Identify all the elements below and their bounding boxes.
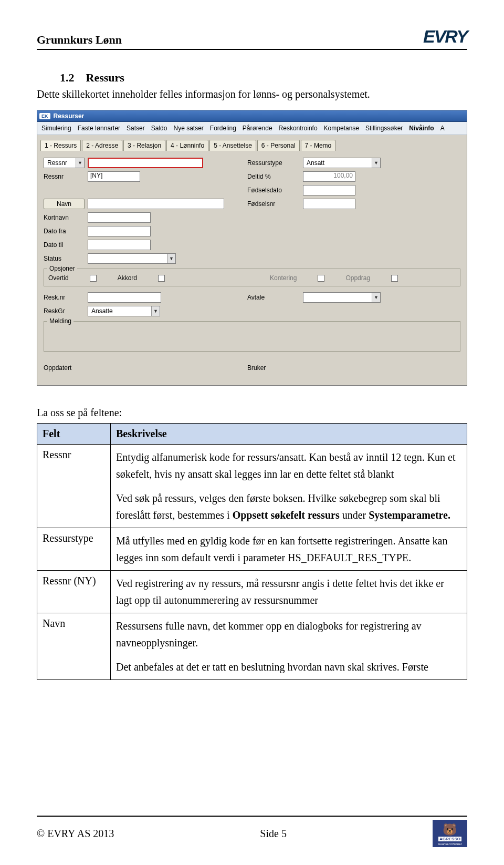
intro-text: Dette skillekortet inneholder felles inf… [37, 87, 467, 101]
desc-paragraph: Ved søk på ressurs, velges den første bo… [116, 490, 461, 523]
footer-page: Side 5 [260, 828, 287, 840]
toolbar-item[interactable]: Stillingssøker [365, 125, 403, 132]
ressurstype-value: Ansatt [303, 159, 372, 167]
fodselsdato-label: Fødselsdato [247, 187, 300, 194]
overtid-checkbox[interactable] [90, 275, 97, 282]
opsjoner-legend: Opsjoner [47, 265, 77, 272]
tab[interactable]: 1 - Ressurs [40, 140, 81, 151]
cell-felt: Ressurstype [37, 528, 111, 571]
toolbar-item[interactable]: A [440, 125, 445, 132]
datotil-label: Dato til [44, 241, 85, 249]
chevron-down-icon: ▼ [76, 158, 84, 168]
toolbar-item[interactable]: Satser [127, 125, 145, 132]
toolbar-item[interactable]: Saldo [151, 125, 167, 132]
status-dropdown[interactable]: ▼ [88, 253, 176, 264]
reskgr-dropdown[interactable]: Ansatte ▼ [88, 306, 160, 316]
kortnavn-input[interactable] [88, 212, 151, 223]
akkord-checkbox[interactable] [158, 275, 165, 282]
toolbar-item[interactable]: Reskontroinfo [279, 125, 318, 132]
oppdatert-label: Oppdatert [44, 364, 85, 372]
datofra-input[interactable] [88, 226, 151, 236]
toolbar-item[interactable]: Kompetanse [324, 125, 359, 132]
avtale-dropdown[interactable]: ▼ [303, 292, 381, 303]
cell-beskrivelse: Ressursens fulle navn, det kommer opp en… [111, 613, 467, 680]
desc-paragraph: Må utfylles med en gyldig kode før en ka… [116, 532, 461, 566]
ressurstype-dropdown[interactable]: Ansatt ▼ [303, 158, 381, 168]
form-area: Ressnr ▼ Ressurstype Ansatt ▼ Ressnr [NY… [37, 151, 467, 385]
opsjoner-group: Opsjoner Overtid Akkord Kontering Oppdra… [44, 269, 460, 286]
ressnr-input[interactable]: [NY] [88, 171, 140, 182]
reskgr-label: ReskGr [44, 307, 85, 315]
toolbar-item[interactable]: Pårørende [243, 125, 272, 132]
navn-input[interactable] [88, 199, 224, 209]
tab[interactable]: 3 - Relasjon [123, 140, 165, 151]
chevron-down-icon: ▼ [151, 306, 160, 316]
table-row: Ressnr (NY)Ved registrering av ny ressur… [37, 571, 467, 613]
th-beskrivelse: Beskrivelse [111, 424, 467, 445]
ressnr-dd-value: Ressnr [44, 159, 76, 167]
evry-logo: EVRY [423, 26, 467, 47]
field-description-table: Felt Beskrivelse RessnrEntydig alfanumer… [37, 423, 467, 680]
table-header-row: Felt Beskrivelse [37, 424, 467, 445]
table-row: RessnrEntydig alfanumerisk kode for ress… [37, 445, 467, 528]
fodselsnr-label: Fødselsnr [247, 200, 300, 208]
ek-badge-icon: EK [39, 113, 50, 119]
chevron-down-icon: ▼ [372, 158, 380, 168]
toolbar-item[interactable]: Nye satser [173, 125, 203, 132]
window-titlebar: EK Ressurser [37, 110, 467, 122]
toolbar-item[interactable]: Nivåinfo [409, 125, 434, 132]
fodselsnr-input[interactable] [303, 199, 355, 209]
navn-button[interactable]: Navn [44, 199, 85, 209]
cell-felt: Ressnr [37, 445, 111, 528]
footer-copyright: © EVRY AS 2013 [37, 828, 114, 840]
desc-paragraph: Det anbefales at det er tatt en beslutni… [116, 658, 461, 675]
section-number: 1.2 [60, 71, 75, 84]
chevron-down-icon: ▼ [167, 254, 175, 263]
table-row: NavnRessursens fulle navn, det kommer op… [37, 613, 467, 680]
toolbar-item[interactable]: Fordeling [210, 125, 236, 132]
kortnavn-label: Kortnavn [44, 214, 85, 221]
tab[interactable]: 6 - Personal [257, 140, 300, 151]
section-heading: 1.2 Ressurs [60, 71, 467, 85]
datotil-input[interactable] [88, 240, 151, 250]
tab[interactable]: 5 - Ansettelse [209, 140, 256, 151]
tab[interactable]: 4 - Lønninfo [166, 140, 208, 151]
toolbar-item[interactable]: Faste lønnarter [78, 125, 120, 132]
toolbar-item[interactable]: Simulering [41, 125, 71, 132]
resknr-input[interactable] [88, 292, 161, 303]
tab[interactable]: 2 - Adresse [82, 140, 122, 151]
desc-paragraph: Entydig alfanumerisk kode for ressurs/an… [116, 449, 461, 482]
kontering-label: Kontering [270, 274, 297, 282]
agresso-text: AGRESSO [438, 837, 461, 841]
melding-legend: Melding [47, 317, 74, 325]
cell-beskrivelse: Entydig alfanumerisk kode for ressurs/an… [111, 445, 467, 528]
subhead: La oss se på feltene: [37, 407, 467, 419]
deltid-input[interactable]: 100,00 [303, 171, 355, 182]
toolbar: SimuleringFaste lønnarterSatserSaldoNye … [37, 122, 467, 135]
deltid-label: Deltid % [247, 173, 300, 180]
section-title: Ressurs [86, 71, 124, 84]
chevron-down-icon: ▼ [372, 293, 380, 302]
ressnr-dropdown[interactable]: Ressnr ▼ [44, 158, 85, 168]
tab[interactable]: 7 - Memo [301, 140, 336, 151]
th-felt: Felt [37, 424, 111, 445]
app-screenshot: EK Ressurser SimuleringFaste lønnarterSa… [37, 110, 467, 386]
agresso-subtext: Auorisert Partner [438, 842, 461, 846]
bruker-label: Bruker [247, 364, 300, 372]
kontering-checkbox[interactable] [318, 275, 324, 282]
ressurstype-label: Ressurstype [247, 159, 300, 167]
ressnr-search-input[interactable] [88, 158, 203, 168]
cell-felt: Ressnr (NY) [37, 571, 111, 613]
ressnr-label: Ressnr [44, 173, 85, 180]
datofra-label: Dato fra [44, 228, 85, 235]
cell-felt: Navn [37, 613, 111, 680]
fodselsdato-input[interactable] [303, 185, 355, 195]
akkord-label: Akkord [118, 274, 137, 282]
tab-strip: 1 - Ressurs2 - Adresse3 - Relasjon4 - Lø… [37, 135, 467, 151]
status-label: Status [44, 255, 85, 262]
oppdrag-checkbox[interactable] [391, 275, 398, 282]
melding-group: Melding [44, 321, 460, 352]
avtale-label: Avtale [247, 294, 300, 301]
oppdrag-label: Oppdrag [345, 274, 370, 282]
agresso-logo: 🐻 AGRESSO Auorisert Partner [433, 820, 467, 847]
